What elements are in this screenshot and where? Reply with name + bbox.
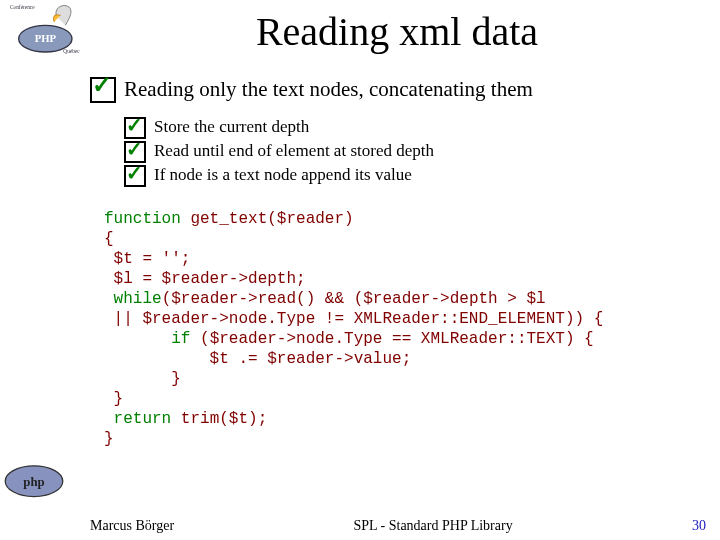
checkbox-icon: [124, 141, 146, 163]
code-text: }: [104, 430, 114, 448]
sub-bullets: Store the current depth Read until end o…: [124, 117, 704, 187]
sub-bullet: If node is a text node append its value: [124, 165, 704, 187]
code-text: }: [104, 370, 181, 388]
slide-content: Reading xml data Reading only the text n…: [90, 8, 704, 510]
slide: PHP Conférence Québec php Reading xml da…: [0, 0, 720, 540]
keyword: return: [114, 410, 172, 428]
code-block: function get_text($reader) { $t = ''; $l…: [104, 209, 704, 449]
keyword: while: [114, 290, 162, 308]
footer-page-number: 30: [692, 518, 706, 534]
code-text: }: [104, 390, 123, 408]
svg-text:Québec: Québec: [63, 48, 80, 54]
code-text: $l = $reader->depth;: [104, 270, 306, 288]
sub-bullet-text: If node is a text node append its value: [154, 165, 412, 185]
checkbox-icon: [90, 77, 116, 103]
conference-php-quebec-logo-icon: PHP Conférence Québec: [2, 2, 82, 59]
svg-text:PHP: PHP: [35, 33, 57, 44]
checkbox-icon: [124, 165, 146, 187]
code-text: $t .= $reader->value;: [104, 350, 411, 368]
code-text: get_text($reader): [181, 210, 354, 228]
code-text: {: [104, 230, 114, 248]
sub-bullet: Read until end of element at stored dept…: [124, 141, 704, 163]
svg-text:Conférence: Conférence: [10, 4, 35, 10]
lead-bullet: Reading only the text nodes, concatenati…: [90, 77, 704, 103]
code-text: ($reader->node.Type == XMLReader::TEXT) …: [190, 330, 593, 348]
code-text: [104, 410, 114, 428]
code-text: [104, 330, 171, 348]
keyword: function: [104, 210, 181, 228]
sub-bullet-text: Store the current depth: [154, 117, 309, 137]
slide-title: Reading xml data: [90, 8, 704, 55]
php-logo-icon: php: [2, 462, 66, 504]
footer-author: Marcus Börger: [90, 518, 174, 534]
code-text: ($reader->read() && ($reader->depth > $l: [162, 290, 546, 308]
svg-text:php: php: [23, 475, 44, 489]
lead-text: Reading only the text nodes, concatenati…: [124, 77, 533, 102]
keyword: if: [171, 330, 190, 348]
sub-bullet: Store the current depth: [124, 117, 704, 139]
slide-footer: Marcus Börger SPL - Standard PHP Library…: [90, 518, 706, 534]
code-text: [104, 290, 114, 308]
code-text: trim($t);: [171, 410, 267, 428]
code-text: $t = '';: [104, 250, 190, 268]
code-text: || $reader->node.Type != XMLReader::END_…: [104, 310, 603, 328]
checkbox-icon: [124, 117, 146, 139]
footer-center: SPL - Standard PHP Library: [174, 518, 692, 534]
sub-bullet-text: Read until end of element at stored dept…: [154, 141, 434, 161]
